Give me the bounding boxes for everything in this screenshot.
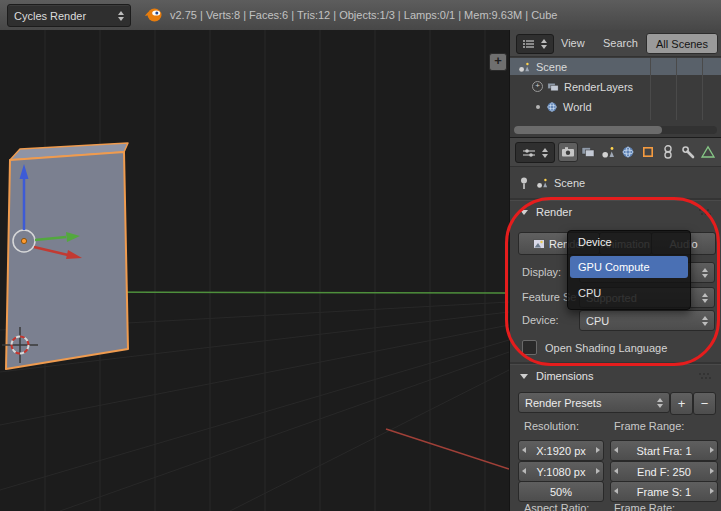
list-icon: [523, 39, 535, 49]
render-engine-select[interactable]: Cycles Render: [7, 4, 131, 27]
world-icon: [546, 101, 558, 113]
render-engine-value: Cycles Render: [14, 10, 118, 22]
blender-window: Cycles Render v2.75 | Verts:8 | Faces:6 …: [0, 0, 721, 511]
globe-icon: [621, 145, 635, 159]
view-menu[interactable]: View: [561, 37, 585, 49]
outliner-item-world[interactable]: World: [510, 98, 721, 115]
properties-editor-select[interactable]: [515, 142, 555, 163]
pin-icon[interactable]: [518, 176, 530, 190]
frame-start-field[interactable]: Start Fra: 1: [610, 440, 718, 461]
tab-render[interactable]: [558, 142, 578, 162]
camera-icon: [561, 145, 575, 159]
render-presets-dropdown[interactable]: Render Presets: [518, 392, 670, 413]
frame-end-field[interactable]: End F: 250: [610, 461, 718, 482]
resolution-x-field[interactable]: X:1920 px: [518, 440, 604, 461]
tab-render-layers[interactable]: [578, 142, 598, 162]
device-dropdown[interactable]: CPU: [579, 310, 715, 331]
display-mode-dropdown[interactable]: All Scenes: [646, 33, 718, 54]
image-icon: [533, 239, 545, 249]
column-divider: [676, 58, 677, 120]
device-label: Device:: [522, 314, 559, 326]
scene-icon: [601, 145, 615, 159]
panel-grip-icon[interactable]: [697, 208, 713, 216]
column-divider: [702, 58, 703, 120]
collapse-triangle-icon: [520, 210, 528, 215]
resolution-label: Resolution:: [524, 420, 579, 432]
device-option-gpu[interactable]: GPU Compute: [570, 256, 688, 278]
tab-scene[interactable]: [598, 142, 618, 162]
device-dropdown-menu: Device GPU Compute CPU: [567, 230, 691, 310]
dot-icon: [536, 105, 540, 109]
outliner-item-scene[interactable]: Scene: [510, 58, 721, 75]
osl-checkbox[interactable]: [522, 340, 537, 355]
scene-statistics: v2.75 | Verts:8 | Faces:6 | Tris:12 | Ob…: [170, 9, 557, 21]
region-expand-button[interactable]: +: [489, 53, 507, 71]
breadcrumb: Scene: [518, 174, 585, 192]
osl-label: Open Shading Language: [545, 342, 667, 354]
preset-remove-button[interactable]: −: [693, 392, 716, 415]
viewport-3d[interactable]: [0, 30, 510, 511]
dimensions-section-header[interactable]: Dimensions: [510, 364, 721, 387]
frame-rate-label: Frame Rate:: [614, 502, 675, 511]
sliders-icon: [522, 148, 536, 158]
outliner-scrollbar[interactable]: [514, 126, 717, 134]
device-menu-title: Device: [578, 236, 612, 248]
object-square-icon: [641, 145, 655, 159]
chain-icon: [661, 145, 675, 159]
tab-object[interactable]: [638, 142, 658, 162]
wrench-icon: [681, 145, 695, 159]
display-label: Display:: [522, 266, 561, 278]
breadcrumb-scene[interactable]: Scene: [554, 177, 585, 189]
tab-modifiers[interactable]: [678, 142, 698, 162]
resolution-y-field[interactable]: Y:1080 px: [518, 461, 604, 482]
scene-icon: [536, 177, 548, 189]
info-header: Cycles Render v2.75 | Verts:8 | Faces:6 …: [0, 0, 721, 31]
preset-add-button[interactable]: +: [670, 392, 693, 415]
properties-tabs-bar: [510, 138, 721, 167]
images-icon: [581, 145, 595, 159]
x-axis-line: [386, 429, 509, 469]
frame-step-field[interactable]: Frame S: 1: [610, 481, 718, 502]
tab-object-data[interactable]: [698, 142, 718, 162]
renderlayers-icon: [547, 81, 559, 93]
outliner-editor-select[interactable]: [516, 34, 554, 54]
collapse-triangle-icon: [520, 374, 528, 379]
scene-icon: [518, 61, 530, 73]
outliner-header: View Search All Scenes: [510, 30, 721, 57]
outliner-item-renderlayers[interactable]: + RenderLayers: [510, 78, 721, 95]
column-divider: [650, 58, 651, 120]
panel-grip-icon[interactable]: [697, 372, 713, 380]
device-option-cpu[interactable]: CPU: [570, 282, 688, 304]
chevron-updown-icon: [118, 11, 124, 21]
outliner-panel: View Search All Scenes Scene + RenderLay…: [510, 30, 721, 137]
properties-panel: Scene Render Render Animation Audio: [510, 138, 721, 511]
resolution-percentage-slider[interactable]: 50%: [518, 481, 604, 502]
search-menu[interactable]: Search: [603, 37, 638, 49]
tab-world[interactable]: [618, 142, 638, 162]
mesh-triangle-icon: [701, 145, 715, 159]
aspect-ratio-label: Aspect Ratio:: [524, 502, 589, 511]
frame-range-label: Frame Range:: [614, 420, 684, 432]
blender-logo-icon: [144, 7, 164, 25]
expand-icon[interactable]: +: [532, 81, 543, 92]
tab-constraints[interactable]: [658, 142, 678, 162]
render-section-header[interactable]: Render: [510, 200, 721, 223]
